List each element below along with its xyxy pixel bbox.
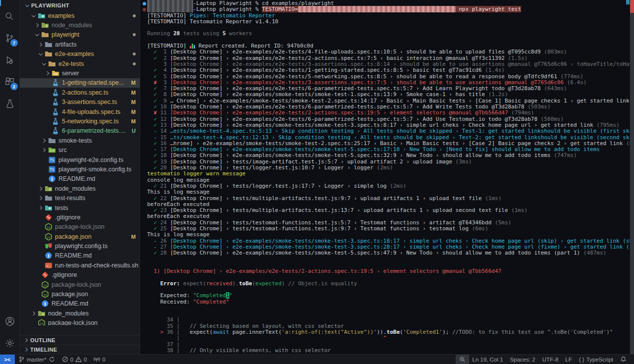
tree-item-playwright.config.ts[interactable]: playwright.config.ts — [20, 241, 140, 251]
zoom-indicator[interactable] — [456, 355, 469, 364]
tree-item-readme.md[interactable]: iREADME.md — [20, 299, 140, 309]
error-count: 0 — [70, 357, 73, 363]
folder-gray-icon — [45, 194, 53, 202]
cursor-position[interactable]: Ln 19, Col 1 — [469, 355, 507, 364]
git-status-badge: M — [131, 109, 136, 115]
git-status-badge: M — [131, 234, 136, 240]
tree-item-readme.md[interactable]: iREADME.md — [20, 174, 140, 184]
testing-activity-button[interactable] — [0, 93, 20, 115]
tree-item-1-getting-started.spe...[interactable]: 1-getting-started.spe...M — [20, 78, 140, 88]
tree-item-package.json[interactable]: jspackage.json — [20, 289, 140, 299]
git-branch-item[interactable]: master* — [15, 355, 58, 364]
tree-item-5-networking.spec.ts[interactable]: 5-networking.spec.tsM — [20, 116, 140, 126]
file-label: README.md — [58, 175, 140, 182]
tree-item-.gitignore[interactable]: .gitignore — [20, 212, 140, 222]
npm-icon: js — [45, 233, 53, 241]
terminal-panel[interactable]: -Laptop Playwright % cd examples/playwri… — [141, 0, 634, 354]
file-label: examples — [48, 12, 131, 19]
settings-gear-button[interactable] — [0, 332, 20, 354]
command-success-decoration-icon[interactable] — [143, 2, 146, 5]
terminal-scrollbar[interactable] — [630, 0, 634, 354]
file-label: node_modules — [48, 310, 140, 317]
scrollbar-error-mark — [630, 0, 634, 13]
tree-item-e2e-tests[interactable]: e2e-tests — [20, 59, 140, 68]
tree-item-package.json[interactable]: jspackage.jsonM — [20, 232, 140, 241]
file-label: README.md — [55, 252, 140, 259]
svg-text:TS: TS — [50, 158, 54, 162]
run-debug-activity-button[interactable] — [0, 50, 20, 71]
modified-dot-badge — [133, 62, 136, 65]
file-label: playwright.config.ts — [55, 243, 140, 250]
chevron-right-icon — [41, 147, 48, 154]
eol-label: LF — [565, 357, 572, 363]
tree-item-.gitignore[interactable]: .gitignore — [20, 270, 140, 280]
terminal-line: ✓ 25 [Desktop Chrome] › tests/testomat-f… — [147, 226, 629, 232]
tree-item-6-parametrized-tests....[interactable]: 6-parametrized-tests....U — [20, 126, 140, 136]
svg-text:js: js — [47, 225, 51, 229]
tree-item-node-modules[interactable]: node_modules — [20, 20, 140, 30]
chevron-down-icon — [24, 2, 31, 9]
npm-icon: js — [41, 290, 49, 298]
tree-item-run-tests-and-check-results.sh[interactable]: >_run-tests-and-check-results.sh — [20, 260, 140, 270]
tree-item-3-assertions.spec.ts[interactable]: 3-assertions.spec.tsM — [20, 98, 140, 107]
account-button[interactable] — [0, 311, 20, 332]
tree-item-artifacts[interactable]: artifacts — [20, 40, 140, 49]
svg-text:</>: </> — [50, 149, 55, 152]
tree-item-e2e-examples[interactable]: e2e-examples — [20, 50, 140, 59]
language-mode[interactable]: { } TypeScript — [576, 355, 617, 364]
tree-item-2-actions.spec.ts[interactable]: 2-actions.spec.tsM — [20, 88, 140, 97]
indentation-setting[interactable]: Spaces: 2 — [507, 355, 539, 364]
tree-item-package-lock.json[interactable]: jspackage-lock.json — [20, 280, 140, 289]
line-col-label: Ln 19, Col 1 — [473, 357, 503, 363]
chevron-right-icon — [44, 70, 51, 77]
eol-setting[interactable]: LF — [562, 355, 575, 364]
search-activity-button[interactable] — [0, 6, 20, 28]
folder-gray-icon — [45, 41, 53, 49]
outline-section-header[interactable]: OUTLINE — [20, 335, 140, 345]
git-status-badge: M — [131, 90, 136, 96]
timeline-section-header[interactable]: TIMELINE — [20, 345, 140, 354]
notifications-item[interactable] — [617, 355, 630, 364]
folder-teal-icon — [45, 204, 53, 212]
tree-item-playwright[interactable]: playwright — [20, 30, 140, 40]
tree-item-examples[interactable]: examples — [20, 11, 140, 20]
encoding-setting[interactable]: UTF-8 — [539, 355, 562, 364]
npm-icon: js — [45, 223, 53, 231]
tree-item-package-lock.json[interactable]: jspackage-lock.json — [20, 222, 140, 232]
problems-item[interactable]: 0 0 — [58, 355, 91, 364]
folder-tan-icon — [45, 50, 53, 58]
tree-item-4-file-uploads.spec.ts[interactable]: 4-file-uploads.spec.tsM — [20, 107, 140, 116]
settings-gear-icon — [4, 338, 15, 349]
npm-icon: js — [41, 281, 49, 289]
flask-icon — [52, 108, 59, 116]
chevron-down-icon — [30, 12, 37, 19]
folder-tan-icon — [48, 60, 56, 68]
tree-item-tests[interactable]: tests — [20, 203, 140, 212]
explorer-icon[interactable] — [0, 0, 20, 6]
tree-item-node-modules[interactable]: node_modules — [20, 184, 140, 193]
tree-item-smoke-tests[interactable]: smoke-tests — [20, 136, 140, 145]
sync-icon — [49, 356, 55, 363]
project-section-header[interactable]: PLAYWRIGHT — [20, 0, 140, 11]
bell-icon — [620, 356, 627, 363]
tree-item-package-lock.json[interactable]: jspackage-lock.json — [20, 318, 140, 326]
remote-indicator[interactable]: >< — [0, 355, 15, 364]
activity-bar: 72 — [0, 0, 20, 354]
file-label: artifacts — [55, 41, 140, 48]
source-control-activity-button[interactable]: 7 — [0, 28, 20, 50]
tree-item-test-results[interactable]: test-results — [20, 193, 140, 203]
outline-label: OUTLINE — [30, 337, 55, 343]
tree-item-node-modules[interactable]: node_modules — [20, 309, 140, 318]
tree-item-playwright-smoke.config.ts[interactable]: TSplaywright-smoke.config.ts — [20, 164, 140, 174]
command-error-decoration-icon[interactable] — [143, 8, 146, 11]
braces-icon: { } — [579, 357, 584, 363]
ports-item[interactable]: 0 — [90, 355, 108, 364]
folder-tan-icon — [41, 31, 49, 39]
flask-icon — [52, 79, 59, 87]
tree-item-server[interactable]: server — [20, 68, 140, 78]
tree-item-readme.md[interactable]: iREADME.md — [20, 251, 140, 260]
tree-item-playwright-e2e.config.ts[interactable]: TSplaywright-e2e.config.ts — [20, 155, 140, 164]
extensions-activity-button[interactable]: 2 — [0, 71, 20, 93]
tree-item-src[interactable]: </>src — [20, 145, 140, 155]
chevron-spacer — [41, 175, 48, 182]
